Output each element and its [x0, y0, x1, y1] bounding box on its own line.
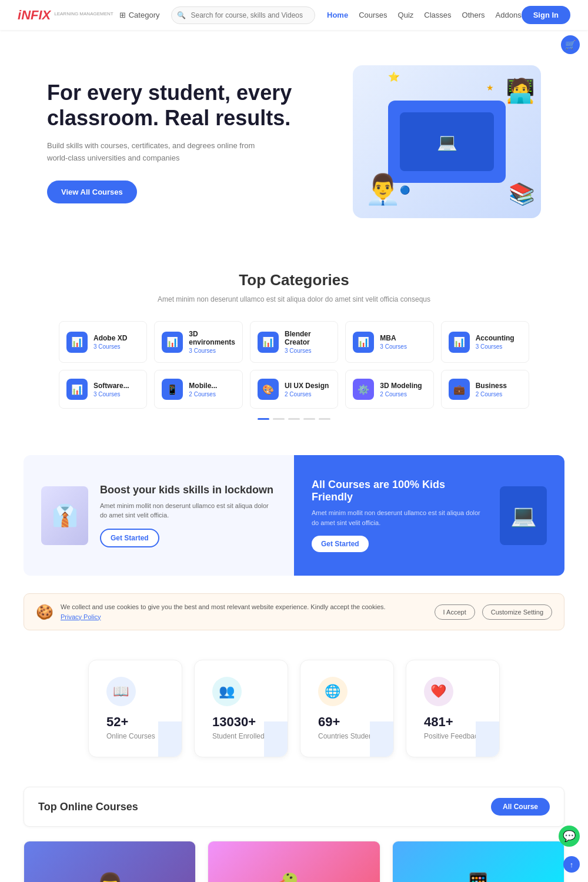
category-icon: 🎨 [258, 379, 279, 400]
category-card-uiux[interactable]: 🎨 UI UX Design 2 Courses [250, 370, 338, 409]
stat-card-students: 👥 13030+ Student Enrolled [194, 660, 288, 757]
category-card-3d-modeling[interactable]: ⚙️ 3D Modeling 2 Courses [345, 370, 433, 409]
stat-card-feedback: ❤️ 481+ Positive Feedback [406, 660, 500, 757]
category-info: Blender Creator 3 Courses [285, 330, 330, 354]
category-name: Accounting [476, 334, 522, 342]
category-menu[interactable]: ⊞ Category [119, 11, 160, 19]
privacy-policy-link[interactable]: Privacy Policy [61, 613, 101, 620]
category-info: Accounting 3 Courses [476, 334, 522, 350]
whatsapp-button[interactable]: 💬 [559, 826, 580, 847]
dot-1[interactable] [258, 418, 269, 420]
promo-dark-content: All Courses are 100% Kids Friendly Amet … [312, 479, 488, 552]
course-thumbnail-2: 🐍 [208, 841, 379, 882]
search-input[interactable] [171, 6, 315, 24]
promo-light-content: Boost your kids skills in lockdown Amet … [100, 484, 276, 547]
category-count: 2 Courses [285, 391, 330, 397]
countries-icon: 🌐 [318, 677, 348, 706]
course-thumbnail-3: 📱 [393, 841, 564, 882]
courses-section: Top Online Courses All Course 👨‍💼 Interm… [0, 775, 588, 882]
category-info: Business 2 Courses [476, 382, 522, 397]
dot-4[interactable] [303, 418, 315, 420]
scroll-top-button[interactable]: ↑ [563, 856, 580, 873]
category-card-software[interactable]: 📊 Software... 3 Courses [59, 370, 147, 409]
customize-settings-button[interactable]: Customize Setting [482, 604, 552, 620]
grid-icon: ⊞ [119, 11, 126, 19]
category-count: 3 Courses [380, 343, 426, 350]
category-info: 3D Modeling 2 Courses [380, 382, 426, 397]
slider-dots [24, 418, 564, 420]
hero-text: For every student, every classroom. Real… [47, 80, 306, 204]
category-info: Software... 3 Courses [93, 382, 139, 397]
category-card-adobe-xd[interactable]: 📊 Adobe XD 3 Courses [59, 321, 147, 363]
signin-button[interactable]: Sign In [522, 6, 570, 24]
category-info: Adobe XD 3 Courses [93, 334, 139, 350]
course-thumbnail-1: 👨‍💼 [24, 841, 195, 882]
promo-light-image: 👔 [41, 486, 88, 545]
promo-dark-description: Amet minim mollit non deserunt ullamco e… [312, 508, 488, 527]
promo-light: 👔 Boost your kids skills in lockdown Ame… [24, 455, 294, 576]
category-icon: 📊 [162, 332, 183, 353]
nav-link-others[interactable]: Others [462, 11, 485, 19]
category-icon: ⚙️ [353, 379, 374, 400]
promo-dark: All Courses are 100% Kids Friendly Amet … [294, 455, 564, 576]
accept-cookies-button[interactable]: I Accept [435, 604, 475, 620]
category-info: Mobile... 2 Courses [189, 382, 235, 397]
feedback-number: 481+ [424, 714, 453, 730]
category-label: Category [129, 11, 160, 19]
stat-card-courses: 📖 52+ Online Courses [88, 660, 182, 757]
category-info: MBA 3 Courses [380, 334, 426, 350]
nav-link-courses[interactable]: Courses [359, 11, 387, 19]
dot-3[interactable] [288, 418, 300, 420]
hero-title: For every student, every classroom. Real… [47, 80, 306, 131]
nav-link-addons[interactable]: Addons [496, 11, 522, 19]
categories-grid: 📊 Adobe XD 3 Courses 📊 3D environments 3… [59, 321, 529, 409]
category-name: 3D environments [189, 330, 235, 346]
category-icon: 📊 [258, 332, 279, 353]
nav-link-home[interactable]: Home [327, 11, 348, 19]
course-thumb-3: 📱 Intermediate ⏱ 10 Min 👤 1 Students [393, 841, 564, 882]
dot-5[interactable] [319, 418, 330, 420]
logo-tagline: LEARNING MANAGEMENT [54, 11, 113, 16]
category-card-mba[interactable]: 📊 MBA 3 Courses [345, 321, 433, 363]
category-icon: 📱 [162, 379, 183, 400]
courses-grid: 👨‍💼 Intermediate ⏱ 10 Min 👤 1 Students A… [24, 841, 564, 882]
courses-icon: 📖 [106, 677, 136, 706]
category-card-accounting[interactable]: 📊 Accounting 3 Courses [441, 321, 529, 363]
category-icon: 📊 [449, 332, 470, 353]
course-card-1: 👨‍💼 Intermediate ⏱ 10 Min 👤 1 Students A… [24, 841, 196, 882]
students-icon: 👥 [212, 677, 242, 706]
cookie-banner: 🍪 We collect and use cookies to give you… [24, 593, 564, 630]
hero-section: For every student, every classroom. Real… [0, 30, 588, 242]
dot-2[interactable] [273, 418, 285, 420]
nav-link-classes[interactable]: Classes [424, 11, 451, 19]
category-name: Adobe XD [93, 334, 139, 342]
category-icon: 📊 [353, 332, 374, 353]
promo-light-cta[interactable]: Get Started [100, 529, 159, 547]
cart-icon[interactable]: 🛒 [561, 35, 580, 54]
category-icon: 💼 [449, 379, 470, 400]
search-icon: 🔍 [177, 11, 186, 19]
logo[interactable]: iNFIX LEARNING MANAGEMENT [18, 8, 113, 23]
promo-dark-cta[interactable]: Get Started [312, 536, 369, 552]
promo-dark-title: All Courses are 100% Kids Friendly [312, 479, 488, 503]
all-course-button[interactable]: All Course [491, 798, 550, 816]
category-card-mobile[interactable]: 📱 Mobile... 2 Courses [154, 370, 243, 409]
view-all-courses-button[interactable]: View All Courses [47, 181, 137, 203]
nav-link-quiz[interactable]: Quiz [398, 11, 414, 19]
category-card-blender[interactable]: 📊 Blender Creator 3 Courses [250, 321, 338, 363]
category-name: Software... [93, 382, 139, 390]
course-thumb-1: 👨‍💼 Intermediate ⏱ 10 Min 👤 1 Students [24, 841, 195, 882]
cookie-icon: 🍪 [36, 604, 54, 620]
courses-section-title: Top Online Courses [38, 801, 138, 813]
hero-illustration: 💻 👨‍💼 🧑‍💻 📚 ⭐ ★ 🔵 [353, 65, 541, 218]
category-name: Mobile... [189, 382, 235, 390]
search-bar: 🔍 [171, 6, 315, 24]
feedback-icon: ❤️ [424, 677, 453, 706]
category-card-business[interactable]: 💼 Business 2 Courses [441, 370, 529, 409]
category-card-3d-environments[interactable]: 📊 3D environments 3 Courses [154, 321, 243, 363]
stat-card-countries: 🌐 69+ Countries Student [300, 660, 394, 757]
category-name: 3D Modeling [380, 382, 426, 390]
cookie-text: We collect and use cookies to give you t… [61, 602, 427, 622]
course-card-3: 📱 Intermediate ⏱ 10 Min 👤 1 Students AD … [392, 841, 564, 882]
promo-dark-image: 💻 [500, 486, 547, 545]
